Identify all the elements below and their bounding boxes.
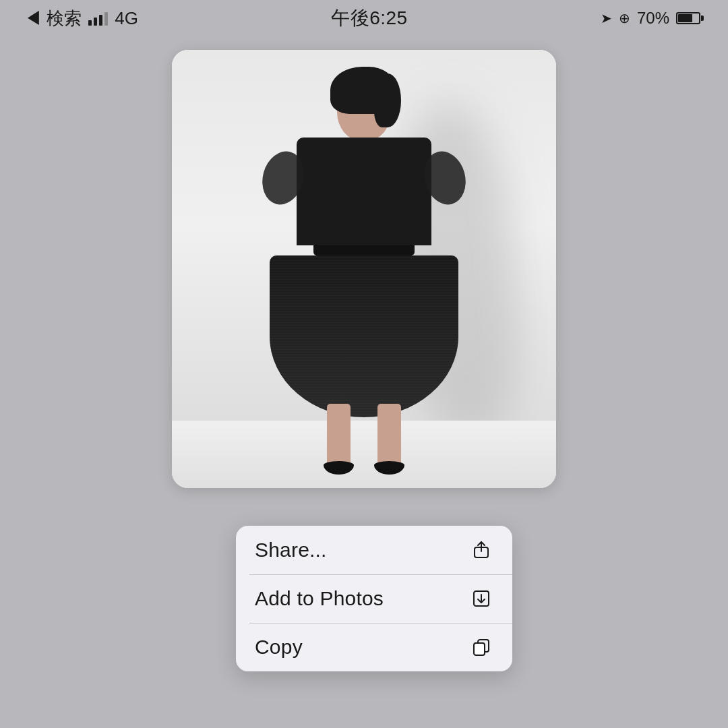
legs	[324, 404, 404, 475]
share-icon	[469, 538, 493, 562]
save-image-icon	[469, 586, 493, 611]
share-label: Share...	[255, 539, 327, 562]
back-button[interactable]: ◀ 検索	[24, 7, 82, 30]
product-image	[172, 50, 556, 488]
signal-bar-1	[88, 20, 92, 26]
head	[337, 77, 391, 141]
battery-percent: 70%	[637, 9, 669, 28]
left-leg-skin	[327, 404, 351, 464]
right-leg-skin	[377, 404, 401, 464]
phone-screen: ◀ 検索 4G 午後6:25 ➤ ⊕ 70%	[0, 0, 728, 728]
body-outfit	[290, 138, 438, 417]
svg-rect-3	[474, 643, 485, 655]
left-shoe	[324, 461, 354, 475]
status-bar: ◀ 検索 4G 午後6:25 ➤ ⊕ 70%	[0, 0, 728, 36]
hair-side	[374, 73, 401, 127]
content-area: Share... Add to Photos	[0, 36, 728, 728]
at-symbol: ⊕	[619, 10, 630, 26]
add-to-photos-menu-item[interactable]: Add to Photos	[236, 574, 512, 623]
left-leg	[324, 404, 354, 475]
time-display: 午後6:25	[331, 5, 408, 31]
network-type: 4G	[115, 8, 138, 29]
status-left: ◀ 検索 4G	[24, 7, 138, 30]
signal-bar-4	[104, 12, 108, 26]
signal-bar-3	[99, 15, 102, 26]
signal-bars	[88, 11, 108, 26]
right-leg	[374, 404, 404, 475]
add-to-photos-label: Add to Photos	[255, 587, 384, 610]
skirt	[270, 255, 458, 417]
share-menu-item[interactable]: Share...	[236, 526, 512, 574]
top-garment	[297, 138, 431, 245]
status-right: ➤ ⊕ 70%	[601, 9, 704, 28]
copy-label: Copy	[255, 636, 303, 659]
sleeve-left	[257, 147, 310, 210]
product-image-card	[172, 50, 556, 488]
location-icon: ➤	[601, 10, 612, 26]
signal-bar-2	[94, 18, 97, 26]
context-menu-wrapper: Share... Add to Photos	[216, 507, 512, 671]
person-figure	[263, 77, 465, 488]
context-menu: Share... Add to Photos	[236, 526, 512, 671]
copy-menu-item[interactable]: Copy	[236, 623, 512, 671]
copy-icon	[469, 635, 493, 659]
battery-icon	[676, 12, 704, 24]
sleeve-right	[419, 147, 472, 210]
right-shoe	[374, 461, 404, 475]
